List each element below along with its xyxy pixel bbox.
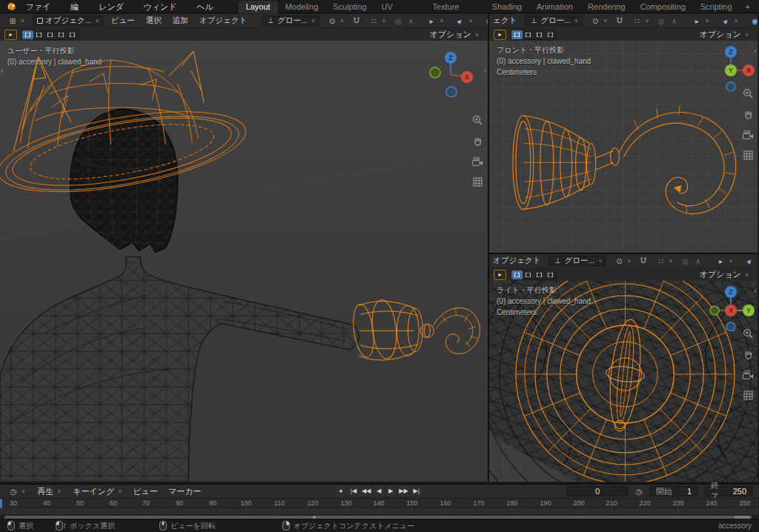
pan-hand-icon[interactable] bbox=[472, 136, 483, 147]
add-workspace-button[interactable]: + bbox=[740, 1, 756, 13]
view-object-types-dropdown[interactable]: ▸ bbox=[712, 256, 738, 266]
select-box-new-button[interactable] bbox=[511, 30, 523, 39]
options-dropdown[interactable]: オプション bbox=[425, 30, 483, 40]
editor-type-dropdown[interactable]: ⊞ bbox=[4, 16, 29, 26]
auto-keying-record-button[interactable]: ● bbox=[335, 486, 347, 496]
zoom-icon[interactable] bbox=[743, 88, 754, 99]
select-invert-button[interactable] bbox=[56, 30, 67, 39]
menu-help[interactable]: ヘルプ bbox=[191, 0, 226, 13]
grid-toggle-icon[interactable] bbox=[743, 390, 754, 401]
select-box-new-button[interactable] bbox=[511, 270, 523, 279]
select-subtract-button[interactable] bbox=[534, 270, 545, 279]
tab-texture-paint[interactable]: Texture Paint bbox=[425, 1, 484, 13]
camera-view-icon[interactable] bbox=[742, 370, 754, 380]
gizmos-dropdown[interactable]: ▲ bbox=[451, 16, 477, 26]
select-invert-button[interactable] bbox=[545, 30, 556, 39]
pan-hand-icon[interactable] bbox=[743, 109, 754, 120]
mode-dropdown-clipped[interactable]: オブジェクト bbox=[493, 256, 540, 266]
falloff-dropdown[interactable]: ∧ bbox=[694, 257, 703, 265]
timeline-view-menu[interactable]: ビュー bbox=[129, 486, 162, 497]
view-object-types-dropdown[interactable]: ▸ bbox=[422, 16, 448, 26]
sidebar-toggle-arrow[interactable]: ‹ bbox=[484, 66, 487, 73]
menu-render[interactable]: レンダー bbox=[93, 0, 136, 13]
pan-hand-icon[interactable] bbox=[743, 349, 754, 360]
snap-settings-dropdown[interactable]: ∷ bbox=[652, 256, 677, 266]
play-button[interactable]: ▶ bbox=[385, 486, 396, 496]
viewport-canvas-right[interactable]: ライト・平行投影 (0) accessory | clawed_hand Cen… bbox=[489, 281, 758, 482]
current-frame-field[interactable]: 0 bbox=[566, 486, 629, 496]
keying-menu[interactable]: キーイング bbox=[68, 486, 126, 496]
select-box-new-button[interactable] bbox=[22, 30, 33, 39]
proportional-edit-toggle[interactable]: ◎ bbox=[394, 17, 402, 25]
viewport-menu-view[interactable]: ビュー bbox=[107, 16, 139, 26]
select-extend-button[interactable] bbox=[523, 30, 534, 39]
grid-toggle-icon[interactable] bbox=[743, 150, 754, 161]
zoom-icon[interactable] bbox=[743, 328, 754, 339]
select-extend-button[interactable] bbox=[33, 30, 44, 39]
select-intersect-button[interactable] bbox=[67, 30, 78, 39]
viewport-canvas-main[interactable]: › ユーザー・平行投影 (0) accessory | clawed_hand … bbox=[0, 41, 488, 482]
snap-magnet-toggle[interactable] bbox=[352, 17, 361, 25]
falloff-dropdown[interactable]: ∧ bbox=[669, 17, 678, 25]
playback-menu[interactable]: 再生 bbox=[33, 486, 65, 496]
viewport-menu-object[interactable]: オブジェクト bbox=[196, 16, 251, 26]
navigation-gizmo-main[interactable]: Z X bbox=[427, 50, 474, 97]
transform-orientation-dropdown[interactable]: ⟂グロー... bbox=[262, 16, 319, 26]
select-invert-button[interactable] bbox=[545, 270, 556, 279]
snap-magnet-toggle[interactable] bbox=[615, 17, 624, 25]
tab-rendering[interactable]: Rendering bbox=[580, 1, 633, 13]
camera-view-icon[interactable] bbox=[471, 156, 483, 167]
proportional-edit-toggle[interactable]: ◎ bbox=[657, 17, 666, 25]
frame-end-field[interactable]: 終了 250 bbox=[704, 486, 753, 496]
jump-to-start-button[interactable]: |◀ bbox=[348, 486, 359, 496]
playhead-marker[interactable] bbox=[0, 499, 2, 508]
navigation-gizmo-front[interactable]: Z Y X bbox=[709, 44, 756, 91]
view-object-types-dropdown[interactable]: ▸ bbox=[688, 16, 713, 26]
viewport-canvas-front[interactable]: フロント・平行投影 (0) accessory | clawed_hand Ce… bbox=[489, 41, 758, 253]
grid-toggle-icon[interactable] bbox=[472, 176, 483, 187]
falloff-dropdown[interactable]: ∧ bbox=[406, 17, 415, 25]
mode-dropdown[interactable]: オブジェク... bbox=[33, 16, 104, 26]
pivot-point-dropdown[interactable]: ⊙ bbox=[610, 256, 635, 266]
next-keyframe-button[interactable]: ▶▶ bbox=[397, 486, 409, 496]
options-dropdown[interactable]: オプション bbox=[695, 30, 753, 40]
overlays-dropdown[interactable]: ◉ bbox=[481, 16, 488, 26]
proportional-edit-toggle[interactable]: ◎ bbox=[681, 257, 690, 265]
pivot-point-dropdown[interactable]: ⊙ bbox=[323, 16, 348, 26]
previous-keyframe-button[interactable]: ◀◀ bbox=[360, 486, 372, 496]
jump-to-end-button[interactable]: ▶| bbox=[411, 486, 422, 496]
timeline-keyframe-track[interactable] bbox=[0, 508, 759, 514]
tab-layout[interactable]: Layout bbox=[239, 1, 278, 13]
active-tool-select-button[interactable]: ▸ bbox=[4, 30, 17, 40]
navigation-gizmo-right[interactable]: Z X Y bbox=[709, 284, 756, 331]
menu-file[interactable]: ファイル bbox=[21, 0, 64, 13]
active-tool-select-button[interactable]: ▸ bbox=[494, 270, 506, 280]
select-extend-button[interactable] bbox=[523, 270, 534, 279]
tab-shading[interactable]: Shading bbox=[485, 1, 529, 13]
overlays-dropdown[interactable]: ◉ bbox=[746, 16, 758, 26]
snap-settings-dropdown[interactable]: ∷ bbox=[365, 16, 390, 26]
zoom-icon[interactable] bbox=[472, 115, 483, 126]
pivot-point-dropdown[interactable]: ⊙ bbox=[586, 16, 611, 26]
active-tool-select-button[interactable]: ▸ bbox=[494, 30, 506, 40]
tab-sculpting[interactable]: Sculpting bbox=[325, 1, 374, 13]
transform-orientation-dropdown[interactable]: ⟂グロー... bbox=[548, 256, 606, 266]
viewport-menu-select[interactable]: 選択 bbox=[142, 16, 165, 26]
snap-magnet-toggle[interactable] bbox=[639, 257, 648, 265]
viewport-menu-add[interactable]: 追加 bbox=[169, 16, 192, 26]
blender-logo-icon[interactable] bbox=[3, 1, 19, 12]
camera-view-icon[interactable] bbox=[742, 130, 754, 140]
select-subtract-button[interactable] bbox=[44, 30, 56, 39]
timeline-ruler[interactable]: 30 40 50 60 70 80 90 100 110 120 130 140… bbox=[0, 499, 759, 508]
frame-start-field[interactable]: 開始 1 bbox=[649, 486, 698, 496]
transform-orientation-dropdown[interactable]: ⟂グロー... bbox=[525, 16, 583, 26]
tab-modeling[interactable]: Modeling bbox=[278, 1, 326, 13]
menu-window[interactable]: ウィンドウ bbox=[138, 0, 190, 13]
gizmos-dropdown[interactable]: ▲ bbox=[717, 16, 743, 26]
mode-dropdown-clipped[interactable]: ェクト bbox=[493, 16, 517, 26]
snap-settings-dropdown[interactable]: ∷ bbox=[628, 16, 653, 26]
menu-edit[interactable]: 編集 bbox=[65, 0, 92, 13]
options-dropdown[interactable]: オプション bbox=[695, 270, 753, 280]
tab-compositing[interactable]: Compositing bbox=[633, 1, 693, 13]
select-subtract-button[interactable] bbox=[534, 30, 545, 39]
